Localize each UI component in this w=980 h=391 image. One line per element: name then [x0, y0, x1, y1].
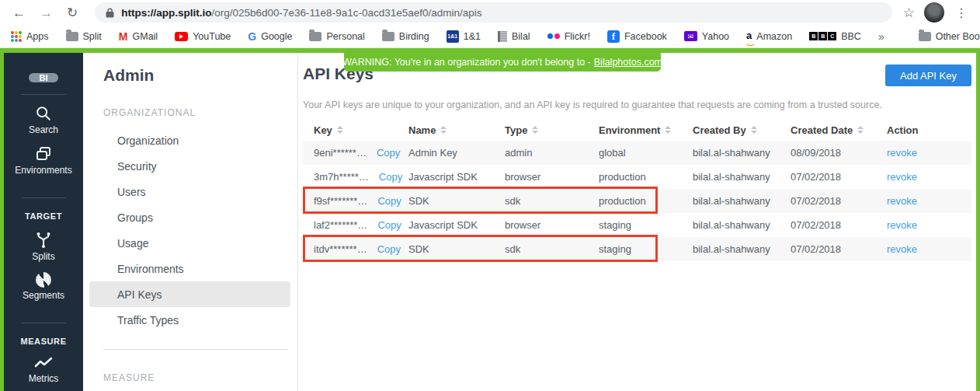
admin-item-organization[interactable]: Organization — [89, 127, 290, 153]
cell-created-by: bilal.al-shahwany — [693, 195, 791, 207]
flickr-icon — [547, 33, 560, 39]
cell-environment: global — [599, 147, 693, 159]
sidebar-item-segments[interactable]: Segments — [23, 272, 64, 301]
folder-icon — [66, 32, 78, 41]
rail-section-measure: MEASURE — [20, 337, 66, 346]
bookmark-1and1[interactable]: 1&1 1&1 — [447, 30, 481, 43]
bookmark-label: Apps — [26, 31, 49, 42]
bookmark-birding[interactable]: Birding — [382, 31, 429, 42]
bookmark-label: Birding — [399, 31, 429, 42]
table-header-row: Key Name Type Environment Created By Cre… — [303, 119, 971, 141]
admin-sidebar: Admin ORGANIZATIONAL Organization Securi… — [83, 53, 298, 391]
other-bookmarks[interactable]: Other Bookmarks — [919, 31, 980, 42]
header-key[interactable]: Key — [303, 124, 408, 136]
bookmark-bilal[interactable]: Bilal — [498, 31, 530, 42]
bookmark-personal[interactable]: Personal — [309, 31, 364, 42]
sidebar-item-splits[interactable]: Splits — [32, 230, 54, 262]
cell-created-date: 07/02/2018 — [791, 195, 887, 207]
page-description: Your API keys are unique to your organiz… — [303, 99, 971, 110]
sidebar-item-search[interactable]: Search — [29, 105, 58, 135]
header-label: Type — [505, 124, 527, 136]
bookmark-label: 1&1 — [464, 31, 481, 42]
revoke-link[interactable]: revoke — [887, 219, 971, 231]
add-api-key-button[interactable]: Add API Key — [885, 65, 971, 86]
bookmark-label: Split — [83, 31, 102, 42]
copy-link[interactable]: Copy — [379, 171, 402, 183]
bookmark-google[interactable]: G Google — [248, 30, 292, 43]
header-created-date[interactable]: Created Date — [791, 124, 887, 136]
reload-button[interactable]: ↻ — [67, 6, 78, 19]
copy-link[interactable]: Copy — [377, 219, 401, 231]
warning-org-link[interactable]: Bilalphotos.com — [594, 57, 662, 68]
bookmarks-bar: Apps Split M GMail YouTube G Google Pers… — [0, 25, 980, 48]
copy-link[interactable]: Copy — [377, 243, 401, 255]
browser-profile-avatar[interactable] — [924, 2, 944, 23]
cell-created-date: 07/02/2018 — [791, 219, 887, 231]
amazon-icon: a — [746, 30, 752, 43]
sidebar-item-environments[interactable]: Environments — [15, 145, 71, 176]
gmail-icon: M — [119, 30, 128, 43]
admin-item-groups[interactable]: Groups — [89, 204, 290, 230]
search-icon — [35, 105, 52, 122]
revoke-link[interactable]: revoke — [887, 195, 971, 207]
bookmark-facebook[interactable]: f Facebook — [607, 30, 667, 43]
bookmark-label: Yahoo — [702, 31, 729, 42]
bookmark-label: YouTube — [193, 31, 231, 42]
notebook-icon — [498, 31, 507, 42]
environments-icon — [34, 145, 53, 162]
back-button[interactable]: ← — [12, 6, 26, 19]
browser-menu-icon[interactable]: ⋮ — [955, 5, 968, 20]
primary-sidebar: BI Search Environments TARGET — [4, 53, 83, 391]
bookmark-youtube[interactable]: YouTube — [175, 31, 231, 42]
segments-icon — [36, 272, 51, 288]
bookmark-amazon[interactable]: a Amazon — [746, 30, 792, 43]
cell-created-by: bilal.al-shahwany — [693, 171, 791, 183]
admin-item-usage[interactable]: Usage — [89, 230, 290, 256]
header-environment[interactable]: Environment — [599, 124, 693, 136]
admin-item-traffic-types[interactable]: Traffic Types — [89, 307, 290, 333]
header-label: Key — [314, 124, 332, 136]
copy-link[interactable]: Copy — [377, 195, 401, 207]
table-row: 9eni******…Copy Admin Key admin global b… — [303, 141, 971, 165]
sort-icon — [337, 126, 343, 134]
cell-name: Javascript SDK — [408, 219, 505, 231]
revoke-link[interactable]: revoke — [887, 243, 971, 255]
sidebar-item-metrics[interactable]: Metrics — [29, 355, 59, 384]
bookmark-label: Google — [261, 31, 292, 42]
admin-item-api-keys[interactable]: API Keys — [89, 281, 290, 307]
sidebar-item-label: Environments — [15, 165, 71, 176]
bookmark-bbc[interactable]: BBC BBC — [809, 31, 861, 42]
bookmark-split[interactable]: Split — [66, 31, 102, 42]
bookmark-yahoo[interactable]: ✉ Yahoo — [684, 31, 729, 42]
api-key-value: 9eni******… — [314, 147, 367, 159]
cell-created-date: 08/09/2018 — [791, 147, 887, 159]
url-bar[interactable]: https://app.split.io/org/025b6d00-7e36-1… — [95, 2, 892, 23]
header-name[interactable]: Name — [408, 124, 505, 136]
rail-divider — [21, 197, 66, 198]
revoke-link[interactable]: revoke — [887, 171, 971, 183]
revoke-link[interactable]: revoke — [887, 147, 971, 159]
metrics-icon — [33, 355, 54, 371]
youtube-icon — [175, 32, 188, 41]
apps-shortcut[interactable]: Apps — [11, 31, 49, 42]
forward-button[interactable]: → — [40, 6, 53, 19]
facebook-icon: f — [607, 30, 620, 43]
header-type[interactable]: Type — [505, 124, 599, 136]
cell-type: browser — [505, 219, 599, 231]
admin-item-environments[interactable]: Environments — [89, 256, 290, 281]
bookmark-gmail[interactable]: M GMail — [119, 30, 158, 43]
header-created-by[interactable]: Created By — [693, 124, 791, 136]
copy-link[interactable]: Copy — [377, 147, 400, 159]
admin-item-users[interactable]: Users — [89, 179, 290, 204]
cell-created-date: 07/02/2018 — [791, 243, 887, 255]
sidebar-item-label: Segments — [23, 290, 64, 301]
api-key-value: itdv*******… — [314, 243, 367, 255]
org-avatar[interactable]: BI — [29, 73, 58, 82]
bookmark-star-icon[interactable]: ☆ — [903, 5, 915, 21]
folder-icon — [309, 32, 321, 41]
sidebar-item-label: Search — [29, 124, 58, 135]
admin-item-security[interactable]: Security — [89, 153, 290, 179]
admin-title: Admin — [103, 66, 297, 85]
bookmark-flickr[interactable]: Flickr! — [547, 31, 590, 42]
bookmarks-overflow-chevron[interactable]: » — [878, 30, 884, 43]
